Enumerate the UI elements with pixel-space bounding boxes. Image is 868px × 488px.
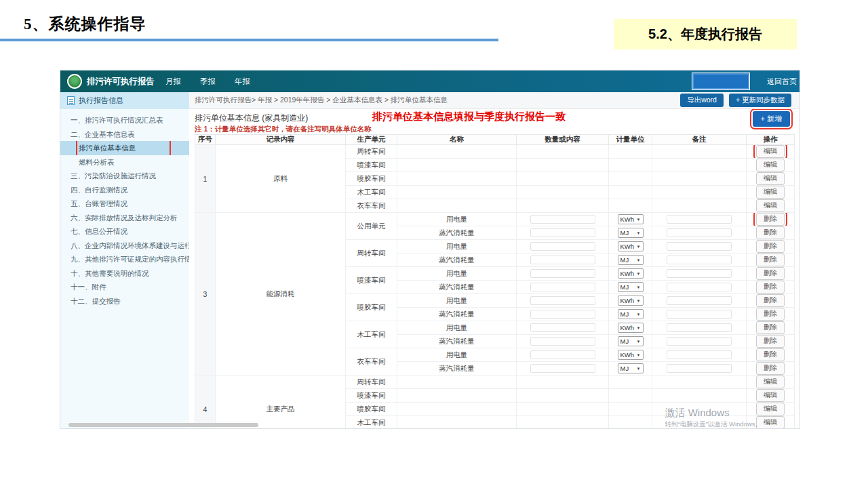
sidebar-item[interactable]: 五、台账管理情况 [60,197,189,211]
tab-annual[interactable]: 年报 [235,77,250,87]
tab-monthly[interactable]: 月报 [165,77,181,87]
sidebar-item[interactable]: 十一、附件 [60,280,189,294]
measure-unit-select[interactable]: KWh▼ [618,350,644,360]
table-note: 注 1：计量单位选择其它时，请在备注写明具体单位名称 [195,125,794,134]
sidebar-item[interactable]: 八、企业内部情况环境体系建设与运行情况 [60,239,189,253]
delete-button[interactable]: 删除 [756,321,785,334]
delete-button[interactable]: 删除 [756,226,785,239]
sidebar-item-label: 四、自行监测情况 [71,186,127,194]
delete-button[interactable]: 删除 [756,213,785,226]
remark-input[interactable] [667,269,732,278]
operation-cell: 删除 [747,294,795,308]
edit-button[interactable]: 编辑 [756,375,785,388]
delete-button[interactable]: 删除 [756,362,785,375]
quantity-cell [517,389,609,403]
measure-unit-select[interactable]: KWh▼ [618,296,644,306]
remark-input[interactable] [667,283,732,291]
measure-unit-select[interactable]: MJ▼ [618,255,644,265]
edit-button[interactable]: 编辑 [756,416,785,429]
sync-data-button[interactable]: + 更新同步数据 [729,94,791,107]
quantity-input[interactable] [530,350,595,359]
quantity-input[interactable] [530,242,595,251]
quantity-input[interactable] [530,310,595,319]
delete-button[interactable]: 删除 [756,240,785,253]
remark-input[interactable] [667,310,732,319]
operation-cell: 编辑 [747,403,795,416]
remark-cell [652,321,747,335]
quantity-input[interactable] [530,296,595,305]
sidebar-item[interactable]: 排污单位基本信息 [60,141,189,155]
delete-button[interactable]: 删除 [756,348,785,361]
quantity-cell [517,145,609,159]
chevron-down-icon: ▼ [637,272,641,276]
quantity-input[interactable] [530,364,595,373]
edit-button[interactable]: 编辑 [756,199,785,212]
delete-button[interactable]: 删除 [756,335,785,348]
delete-button[interactable]: 删除 [756,308,785,321]
home-link[interactable]: 返回首页 [767,77,797,87]
quantity-input[interactable] [530,283,595,291]
sidebar-item[interactable]: 十二、提交报告 [60,294,189,308]
remark-input[interactable] [667,228,732,237]
quantity-cell [517,186,609,199]
sidebar-item[interactable]: 燃料分析表 [60,155,189,169]
measure-unit-select[interactable]: KWh▼ [618,214,644,224]
measure-unit-value: MJ [620,365,629,372]
quantity-input[interactable] [530,323,595,332]
delete-button[interactable]: 删除 [756,253,785,266]
measure-unit-select[interactable]: MJ▼ [618,282,644,292]
horizontal-scrollbar[interactable] [68,423,258,427]
edit-button[interactable]: 编辑 [756,172,785,185]
sidebar-item[interactable]: 十、其他需要说明的情况 [60,266,189,281]
remark-input[interactable] [667,296,732,305]
operation-cell: 删除 [747,308,795,321]
remark-input[interactable] [667,215,732,224]
sidebar-item[interactable]: 九、其他排污许可证规定的内容执行情况 [60,252,189,266]
remark-input[interactable] [667,323,732,332]
tab-quarterly[interactable]: 季报 [200,77,216,87]
quantity-input[interactable] [530,215,595,224]
sidebar-item[interactable]: 三、污染防治设施运行情况 [60,169,189,183]
measure-unit-select[interactable]: MJ▼ [618,336,644,346]
edit-button[interactable]: 编辑 [756,145,785,158]
delete-button[interactable]: 删除 [756,267,785,280]
edit-button[interactable]: 编辑 [756,389,785,402]
operation-cell: 删除 [747,321,795,335]
production-unit-cell: 公用单元 [346,213,397,240]
remark-input[interactable] [667,364,732,373]
sidebar-item[interactable]: 六、实际排放情况及达标判定分析 [60,211,189,225]
quantity-input[interactable] [530,256,595,264]
seq-cell: 1 [195,145,216,213]
delete-button[interactable]: 删除 [756,294,785,307]
add-new-button[interactable]: + 新增 [753,111,790,127]
remark-input[interactable] [667,242,732,251]
quantity-input[interactable] [530,269,595,278]
delete-button[interactable]: 删除 [756,281,785,293]
sidebar-item[interactable]: 七、信息公开情况 [60,224,189,239]
highlight-box [692,73,749,89]
quantity-input[interactable] [530,228,595,237]
quantity-input[interactable] [530,337,595,346]
remark-input[interactable] [667,350,732,359]
edit-button[interactable]: 编辑 [756,403,785,415]
measure-unit-select[interactable]: KWh▼ [618,323,644,333]
edit-button[interactable]: 编辑 [756,159,785,171]
chevron-down-icon: ▼ [637,299,641,303]
measure-unit-select[interactable]: MJ▼ [618,228,644,238]
main-content: 排污单位基本信息 (家具制造业) 排污单位基本信息填报与季度执行报告一致 + 新… [189,109,800,429]
remark-input[interactable] [667,337,732,346]
name-cell: 蒸汽消耗量 [397,281,517,294]
name-cell: 用电量 [397,348,517,362]
production-unit-cell: 衣车车间 [346,348,397,375]
measure-unit-select[interactable]: KWh▼ [618,268,644,279]
sidebar-item[interactable]: 二、企业基本信息表 [60,127,189,142]
measure-unit-select[interactable]: MJ▼ [618,309,644,319]
remark-input[interactable] [667,256,732,264]
measure-unit-select[interactable]: KWh▼ [618,241,644,251]
measure-unit-select[interactable]: MJ▼ [618,363,644,373]
edit-button[interactable]: 编辑 [756,186,785,199]
sidebar-item[interactable]: 一、排污许可执行情况汇总表 [60,113,189,127]
sidebar-item[interactable]: 四、自行监测情况 [60,183,189,197]
remark-cell [652,362,747,375]
export-word-button[interactable]: 导出word [680,94,724,107]
